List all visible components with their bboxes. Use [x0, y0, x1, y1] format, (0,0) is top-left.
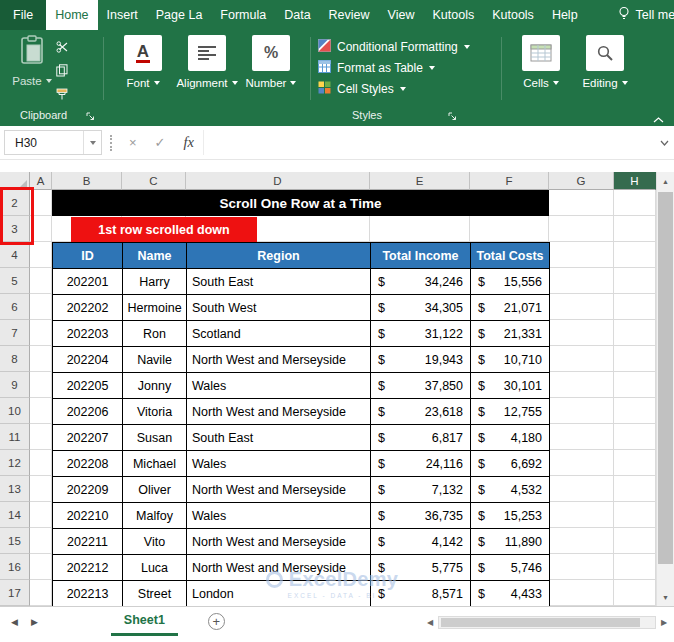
cell[interactable]: 202213 [53, 581, 123, 607]
cell[interactable]: Vito [123, 529, 187, 555]
table-column-header[interactable]: Total Income [371, 243, 471, 269]
cell[interactable]: Hermoine [123, 295, 187, 321]
currency-cell[interactable]: $12,755 [471, 399, 550, 425]
spreadsheet-grid[interactable]: ABCDEFGH 234567891011121314151617 Scroll… [0, 172, 656, 606]
tab-formulas[interactable]: Formula [211, 0, 275, 30]
currency-cell[interactable]: $30,101 [471, 373, 550, 399]
currency-cell[interactable]: $34,305 [371, 295, 471, 321]
alignment-group-button[interactable]: Alignment [175, 35, 239, 108]
tab-insert[interactable]: Insert [98, 0, 147, 30]
row-header-6[interactable]: 6 [0, 294, 30, 320]
currency-cell[interactable]: $36,735 [371, 503, 471, 529]
conditional-formatting-button[interactable]: Conditional Formatting [318, 39, 494, 55]
currency-cell[interactable]: $4,180 [471, 425, 550, 451]
cell[interactable]: South West [187, 295, 371, 321]
column-header-H[interactable]: H [614, 172, 656, 190]
cell[interactable]: 202202 [53, 295, 123, 321]
cell[interactable]: 202201 [53, 269, 123, 295]
row-header-11[interactable]: 11 [0, 424, 30, 450]
row-header-13[interactable]: 13 [0, 476, 30, 502]
cell[interactable]: Jonny [123, 373, 187, 399]
confirm-entry-icon[interactable]: ✓ [155, 135, 166, 150]
tab-file[interactable]: File [0, 0, 46, 30]
cell[interactable]: 202212 [53, 555, 123, 581]
sheet-tab-sheet1[interactable]: Sheet1 [111, 607, 178, 636]
row-header-16[interactable]: 16 [0, 554, 30, 580]
vertical-scrollbar-track[interactable] [657, 190, 674, 588]
cell[interactable]: Wales [187, 451, 371, 477]
cell[interactable]: Luca [123, 555, 187, 581]
number-group-button[interactable]: % Number [239, 35, 303, 108]
tab-kutools-plus[interactable]: Kutools [483, 0, 543, 30]
currency-cell[interactable]: $11,890 [471, 529, 550, 555]
row-header-9[interactable]: 9 [0, 372, 30, 398]
currency-cell[interactable]: $4,532 [471, 477, 550, 503]
sheet-nav-left-icon[interactable]: ◀ [11, 617, 18, 627]
cell[interactable]: South East [187, 425, 371, 451]
worksheet-title-cell[interactable]: Scroll One Row at a Time [52, 190, 549, 216]
table-column-header[interactable]: Total Costs [471, 243, 550, 269]
cell[interactable]: 202204 [53, 347, 123, 373]
tab-kutools[interactable]: Kutools [423, 0, 483, 30]
tell-me-box[interactable]: Tell me [609, 0, 674, 30]
currency-cell[interactable]: $23,618 [371, 399, 471, 425]
cell[interactable]: Wales [187, 503, 371, 529]
paste-button[interactable]: Paste [8, 35, 56, 108]
cell[interactable]: North West and Merseyside [187, 477, 371, 503]
expand-formula-bar-icon[interactable] [654, 140, 674, 146]
cell[interactable]: Scotland [187, 321, 371, 347]
currency-cell[interactable]: $21,071 [471, 295, 550, 321]
currency-cell[interactable]: $6,692 [471, 451, 550, 477]
cell-styles-button[interactable]: Cell Styles [318, 81, 494, 97]
cell[interactable]: Michael [123, 451, 187, 477]
column-header-D[interactable]: D [186, 172, 370, 190]
cell[interactable]: 202210 [53, 503, 123, 529]
currency-cell[interactable]: $4,142 [371, 529, 471, 555]
row-header-4[interactable]: 4 [0, 242, 30, 268]
tab-help[interactable]: Help [543, 0, 587, 30]
tab-page-layout[interactable]: Page La [147, 0, 212, 30]
cell[interactable]: 202209 [53, 477, 123, 503]
row-header-10[interactable]: 10 [0, 398, 30, 424]
clipboard-dialog-launcher-icon[interactable] [86, 111, 95, 123]
copy-icon[interactable] [56, 63, 69, 81]
cell[interactable]: 202208 [53, 451, 123, 477]
row-header-15[interactable]: 15 [0, 528, 30, 554]
cell[interactable]: Wales [187, 373, 371, 399]
cell[interactable]: Oliver [123, 477, 187, 503]
horizontal-scrollbar-track[interactable] [438, 616, 656, 629]
horizontal-scrollbar[interactable]: ◀ ▶ [422, 614, 672, 630]
column-header-F[interactable]: F [470, 172, 549, 190]
currency-cell[interactable]: $5,746 [471, 555, 550, 581]
sheet-nav-right-icon[interactable]: ▶ [31, 617, 38, 627]
column-header-C[interactable]: C [122, 172, 186, 190]
cell[interactable]: 202207 [53, 425, 123, 451]
row-header-17[interactable]: 17 [0, 580, 30, 606]
row-header-5[interactable]: 5 [0, 268, 30, 294]
format-painter-icon[interactable] [56, 87, 69, 105]
cell[interactable]: Navile [123, 347, 187, 373]
editing-group-button[interactable]: Editing [573, 35, 637, 108]
currency-cell[interactable]: $19,943 [371, 347, 471, 373]
row-header-14[interactable]: 14 [0, 502, 30, 528]
table-column-header[interactable]: Region [187, 243, 371, 269]
new-sheet-button[interactable]: + [208, 613, 225, 630]
scroll-down-icon[interactable]: ▼ [657, 588, 674, 606]
horizontal-scrollbar-thumb[interactable] [441, 618, 640, 627]
currency-cell[interactable]: $24,116 [371, 451, 471, 477]
cell[interactable]: North West and Merseyside [187, 529, 371, 555]
column-header-B[interactable]: B [52, 172, 122, 190]
row-header-8[interactable]: 8 [0, 346, 30, 372]
cell[interactable]: 202203 [53, 321, 123, 347]
table-column-header[interactable]: Name [123, 243, 187, 269]
currency-cell[interactable]: $15,253 [471, 503, 550, 529]
cell[interactable]: 202206 [53, 399, 123, 425]
currency-cell[interactable]: $10,710 [471, 347, 550, 373]
styles-dialog-launcher-icon[interactable] [448, 111, 457, 123]
cells-group-button[interactable]: Cells [509, 35, 573, 108]
cell[interactable]: Vitoria [123, 399, 187, 425]
collapse-ribbon-icon[interactable] [653, 113, 664, 125]
currency-cell[interactable]: $31,122 [371, 321, 471, 347]
cancel-entry-icon[interactable]: × [129, 135, 137, 150]
cell[interactable]: Ron [123, 321, 187, 347]
